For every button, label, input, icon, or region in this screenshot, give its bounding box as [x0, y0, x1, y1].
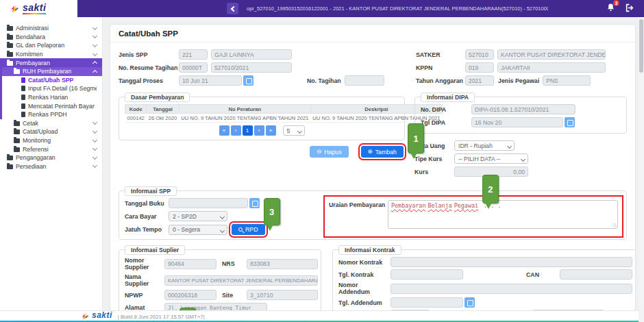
user-session-breadcrumb: opr_527010_199503152016122001 - 2021 - K… — [247, 0, 548, 17]
sidebar-item-gl-dan-pelaporan[interactable]: GL dan Pelaporan — [0, 41, 102, 50]
tahun-anggaran-label: Tahun Anggaran — [416, 77, 465, 84]
col-tanggal: Tanggal — [147, 105, 179, 114]
sidebar-item-renkas-harian[interactable]: Renkas Harian — [0, 93, 102, 102]
folder-icon — [7, 61, 13, 66]
informasi-dipa-section: Informasi DIPA No. DIPA DIPA-015.08.1.52… — [414, 97, 627, 134]
document-icon — [21, 95, 25, 100]
search-icon — [238, 227, 243, 232]
tipe-kurs-select[interactable]: -- PILIH DATA -- — [454, 153, 528, 164]
app-logo-text: sakti — [23, 3, 46, 14]
tahun-anggaran-field: 2021 — [465, 75, 494, 86]
sidebar-item-catat-upload[interactable]: Catat/Upload — [0, 127, 102, 136]
npwp-field: 000206318 — [164, 290, 216, 300]
satker-code-field: 527010 — [465, 49, 494, 60]
sidebar-item-bendahara[interactable]: Bendahara — [0, 33, 102, 42]
pagination-first-button[interactable]: « — [219, 125, 230, 136]
nama-supplier-label: Nama Supplier — [125, 273, 164, 287]
jatuh-tempo-select[interactable]: 0 - Segera — [169, 225, 227, 235]
nama-supplier-field: KANTOR PUSAT DIREKTORAT JENDERAL PERBEND… — [164, 275, 318, 286]
kppn-desc-field: JAKARTAII — [497, 62, 606, 73]
vertical-scrollbar[interactable] — [639, 17, 644, 322]
chevron-down-icon — [92, 34, 97, 38]
no-resume-desc-field: 527010/2021 — [211, 62, 292, 73]
tgl-addendum-calendar-button[interactable] — [465, 297, 475, 308]
chevron-down-icon — [92, 137, 97, 142]
sidebar-item-persediaan[interactable]: Persediaan — [0, 162, 102, 171]
pagination-next-button[interactable]: › — [254, 125, 264, 136]
cara-bayar-select[interactable]: 2 - SP2D — [169, 211, 227, 221]
pagination-prev-button[interactable]: ‹ — [231, 125, 241, 136]
chevron-down-icon — [92, 163, 97, 168]
nomor-addendum-field — [391, 284, 632, 294]
col-no-peraturan: No Peraturan — [179, 105, 310, 114]
sidebar-item-ruh-pembayaran[interactable]: RUH Pembayaran — [0, 67, 102, 76]
page-title: Catat/Ubah SPP — [110, 25, 635, 42]
sidebar-item-penganggaran[interactable]: Penganggaran — [0, 153, 102, 162]
scrollbar-thumb[interactable] — [639, 19, 643, 73]
sidebar-item-renkas-ppdh[interactable]: Renkas PPDH — [0, 110, 102, 119]
sidebar-item-monitoring[interactable]: Monitoring — [0, 136, 102, 145]
pagination-page-1-button[interactable]: 1 — [243, 125, 253, 136]
informasi-kontrak-title: Informasi Kontrak — [338, 245, 401, 255]
uraian-pembayaran-textarea[interactable]: PembayaranBelanjaPegawai . . . — [388, 200, 618, 229]
jenis-pegawai-field: PNS — [543, 75, 591, 86]
tanggal-buku-calendar-button[interactable] — [249, 198, 260, 208]
circle-minus-icon: ⊖ — [317, 149, 321, 155]
tgl-addendum-field — [391, 297, 463, 308]
chevron-down-icon — [92, 42, 97, 47]
pagination: « ‹ 1 › » 5 — [125, 125, 399, 136]
dasar-pembayaran-title: Dasar Pembayaran — [125, 92, 190, 102]
document-icon — [21, 103, 25, 109]
back-button[interactable] — [227, 3, 238, 14]
footer: sakti | Build 8 Juni 2021 17.15.57 GMT+7… — [0, 310, 639, 322]
tipe-kurs-label: Tipe Kurs — [414, 156, 454, 162]
sidebar-item-cetak[interactable]: Cetak — [0, 119, 102, 128]
chevron-down-icon — [92, 146, 97, 151]
tgl-dipa-calendar-button[interactable] — [565, 117, 575, 127]
nomor-supplier-label: Nomor Supplier — [125, 257, 164, 271]
notifications-bell-icon[interactable]: 3 — [606, 3, 615, 15]
sidebar-item-mencatat-perintah-bayar[interactable]: Mencatat Perintah Bayar — [0, 101, 102, 110]
cara-bayar-label: Cara Bayar — [125, 213, 169, 220]
chevron-down-icon — [92, 129, 97, 134]
tgl-dipa-field: 16 Nov 20 — [471, 117, 563, 127]
folder-icon — [7, 156, 13, 160]
document-icon — [21, 112, 25, 117]
table-row[interactable]: 000142 26 Okt 2020 UU NO. 9 TAHUN 2020 T… — [125, 114, 443, 123]
tambah-dasar-pembayaran-button[interactable]: ⊕Tambah — [361, 146, 404, 158]
jatuh-tempo-label: Jatuh Tempo — [125, 226, 169, 233]
sidebar-item-komitmen[interactable]: Komitmen — [0, 50, 102, 59]
no-dipa-label: No. DIPA — [421, 106, 471, 113]
kppn-label: KPPN — [416, 64, 465, 71]
tgl-addendum-label: Tgl. Addendum — [338, 299, 391, 306]
page-size-select[interactable]: 5 — [283, 125, 305, 136]
sidebar: Administrasi Bendahara GL dan Pelaporan … — [0, 17, 103, 322]
sidebar-item-administrasi[interactable]: Administrasi — [0, 24, 102, 33]
tanggal-proses-calendar-button[interactable] — [243, 75, 253, 86]
tanggal-proses-label: Tanggal Proses — [119, 77, 179, 84]
pagination-last-button[interactable]: » — [266, 125, 276, 136]
folder-icon — [14, 121, 20, 126]
annotation-step-1: 1 — [408, 123, 424, 153]
folder-icon — [7, 43, 13, 48]
logout-icon[interactable] — [625, 3, 634, 15]
build-info: | Build 8 Juni 2021 17.15.57 GMT+7| — [118, 314, 205, 320]
tanggal-buku-field[interactable] — [169, 198, 248, 208]
nomor-supplier-field: 90464 — [164, 259, 216, 269]
nomor-addendum-label: Nomor Addendum — [338, 282, 391, 295]
jenis-spp-label: Jenis SPP — [119, 51, 179, 58]
sidebar-item-pembayaran[interactable]: Pembayaran — [0, 58, 102, 67]
mata-uang-select[interactable]: IDR - Rupiah — [454, 140, 515, 151]
site-label: Site — [222, 292, 247, 299]
chevron-down-icon — [92, 25, 97, 30]
rpd-button[interactable]: RPD — [232, 224, 265, 235]
hapus-dasar-pembayaran-button[interactable]: ⊖Hapus — [310, 146, 349, 158]
dasar-pembayaran-section: Dasar Pembayaran Kode Tanggal No Peratur… — [119, 97, 405, 140]
sidebar-item-catat-ubah-spp[interactable]: Catat/Ubah SPP — [0, 76, 102, 85]
sakti-logo-icon — [81, 312, 89, 321]
uraian-pembayaran-label: Uraian Pembayaran — [329, 201, 388, 208]
sidebar-item-input-fa-detail[interactable]: Input FA Detail (16 Segmen) — [0, 84, 102, 93]
sidebar-item-referensi[interactable]: Referensi — [0, 145, 102, 153]
chevron-up-icon — [92, 70, 97, 75]
tanggal-proses-field: 10 Jun 21 — [179, 75, 242, 86]
